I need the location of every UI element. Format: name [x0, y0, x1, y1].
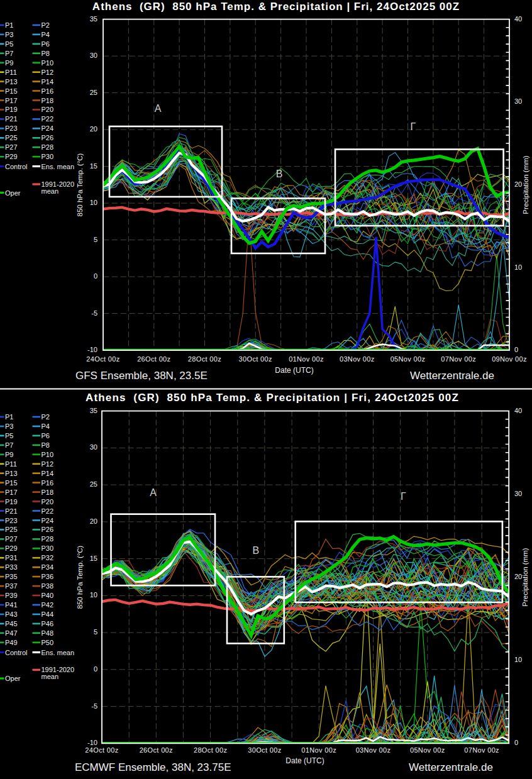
- svg-text:P39: P39: [5, 592, 18, 599]
- svg-text:P38: P38: [42, 582, 54, 590]
- svg-text:P25: P25: [5, 134, 18, 141]
- svg-text:P15: P15: [5, 479, 18, 487]
- svg-text:A: A: [155, 103, 162, 114]
- svg-text:P20: P20: [42, 106, 54, 113]
- svg-text:P6: P6: [42, 432, 50, 439]
- svg-text:B: B: [276, 169, 283, 179]
- svg-text:10: 10: [514, 656, 522, 663]
- svg-text:P20: P20: [42, 498, 54, 506]
- svg-text:30Oct 00z: 30Oct 00z: [248, 746, 281, 754]
- svg-text:P11: P11: [5, 460, 17, 468]
- svg-text:P16: P16: [42, 479, 54, 487]
- svg-text:24Oct 00z: 24Oct 00z: [85, 746, 118, 754]
- svg-text:P7: P7: [5, 50, 13, 57]
- svg-text:P18: P18: [42, 489, 54, 496]
- svg-text:40: 40: [514, 15, 522, 23]
- svg-text:P40: P40: [42, 592, 54, 599]
- svg-text:03Nov 00z: 03Nov 00z: [356, 746, 391, 754]
- svg-text:P13: P13: [5, 470, 18, 477]
- svg-text:P46: P46: [42, 620, 54, 627]
- svg-text:P14: P14: [42, 470, 54, 477]
- svg-text:20: 20: [514, 180, 522, 188]
- svg-text:mean: mean: [42, 673, 59, 680]
- svg-text:P24: P24: [42, 517, 54, 524]
- svg-text:P30: P30: [42, 153, 54, 160]
- svg-text:Precipitation (mm): Precipitation (mm): [521, 548, 529, 606]
- svg-text:25: 25: [90, 89, 97, 96]
- svg-text:0: 0: [514, 739, 518, 746]
- svg-text:P22: P22: [42, 115, 54, 123]
- svg-text:P28: P28: [42, 535, 54, 543]
- svg-text:P16: P16: [42, 87, 54, 95]
- svg-text:P17: P17: [5, 489, 18, 496]
- svg-text:P5: P5: [5, 40, 13, 48]
- svg-text:15: 15: [90, 162, 97, 170]
- svg-text:15: 15: [90, 555, 97, 562]
- svg-text:mean: mean: [42, 187, 59, 195]
- svg-text:P31: P31: [5, 554, 18, 561]
- svg-text:30: 30: [514, 490, 522, 497]
- svg-text:5: 5: [94, 236, 97, 243]
- svg-text:P13: P13: [5, 78, 18, 86]
- svg-text:P1: P1: [5, 413, 13, 421]
- svg-text:A: A: [150, 487, 157, 498]
- svg-text:P48: P48: [42, 629, 54, 637]
- svg-text:P5: P5: [5, 432, 13, 439]
- svg-text:07Nov 00z: 07Nov 00z: [441, 355, 476, 363]
- svg-text:Date (UTC): Date (UTC): [275, 366, 313, 375]
- svg-text:Ens. mean: Ens. mean: [42, 649, 75, 656]
- svg-text:850 hPa Temp. (°C): 850 hPa Temp. (°C): [76, 153, 84, 216]
- svg-text:P10: P10: [42, 451, 54, 458]
- svg-text:01Nov 00z: 01Nov 00z: [289, 355, 324, 363]
- svg-text:P30: P30: [42, 544, 54, 552]
- svg-text:P14: P14: [42, 78, 54, 86]
- svg-text:P35: P35: [5, 573, 18, 580]
- svg-text:Ens. mean: Ens. mean: [42, 163, 75, 170]
- svg-text:850 hPa Temp. (°C): 850 hPa Temp. (°C): [76, 545, 84, 609]
- svg-text:-10: -10: [87, 739, 97, 746]
- svg-text:P9: P9: [5, 59, 13, 67]
- svg-text:0: 0: [94, 272, 97, 280]
- svg-text:P27: P27: [5, 143, 18, 151]
- svg-text:Wetterzentrale.de: Wetterzentrale.de: [410, 370, 494, 382]
- svg-text:-10: -10: [87, 346, 97, 353]
- svg-text:10: 10: [90, 591, 97, 599]
- svg-text:P2: P2: [42, 21, 50, 29]
- svg-text:25: 25: [90, 480, 97, 488]
- svg-text:P8: P8: [42, 50, 50, 57]
- svg-text:09Nov 00z: 09Nov 00z: [492, 355, 527, 363]
- svg-text:-5: -5: [91, 702, 97, 710]
- svg-text:P41: P41: [5, 601, 18, 609]
- svg-text:P12: P12: [42, 69, 54, 76]
- svg-text:P29: P29: [5, 544, 18, 552]
- svg-text:P45: P45: [5, 620, 18, 627]
- svg-text:P2: P2: [42, 413, 50, 421]
- svg-text:B: B: [252, 545, 259, 556]
- svg-text:30: 30: [514, 97, 522, 105]
- svg-text:P50: P50: [42, 639, 54, 646]
- svg-text:20: 20: [90, 517, 97, 525]
- svg-text:P43: P43: [5, 610, 18, 618]
- svg-text:P18: P18: [42, 97, 54, 104]
- svg-text:40: 40: [514, 407, 522, 414]
- svg-text:P37: P37: [5, 582, 18, 590]
- svg-text:Precipitation (mm): Precipitation (mm): [522, 155, 529, 214]
- svg-text:Wetterzentrale.de: Wetterzentrale.de: [409, 761, 493, 773]
- svg-text:P1: P1: [5, 21, 13, 29]
- svg-text:Oper: Oper: [5, 675, 21, 682]
- svg-text:0: 0: [94, 665, 97, 673]
- svg-text:30: 30: [90, 52, 97, 59]
- svg-text:-5: -5: [91, 309, 97, 317]
- svg-text:26Oct 00z: 26Oct 00z: [140, 746, 173, 754]
- svg-text:P12: P12: [42, 460, 54, 468]
- svg-text:P23: P23: [5, 517, 18, 524]
- svg-text:P23: P23: [5, 124, 18, 132]
- svg-text:30Oct 00z: 30Oct 00z: [239, 355, 272, 363]
- svg-text:GFS Ensemble, 38N, 23.5E: GFS Ensemble, 38N, 23.5E: [75, 370, 208, 382]
- svg-text:Oper: Oper: [5, 189, 21, 197]
- svg-text:P10: P10: [42, 59, 54, 67]
- svg-text:Date (UTC): Date (UTC): [285, 756, 324, 765]
- svg-text:P33: P33: [5, 563, 18, 571]
- svg-text:P42: P42: [42, 601, 54, 609]
- svg-text:P15: P15: [5, 87, 18, 95]
